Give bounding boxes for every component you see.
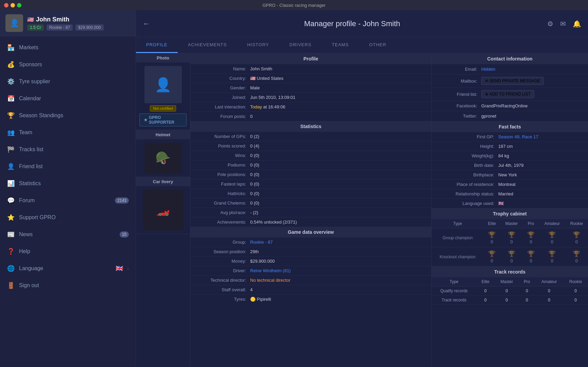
sidebar-item-help[interactable]: ❓ Help bbox=[0, 243, 136, 260]
sidebar-item-label: Support GPRO bbox=[19, 214, 129, 221]
trophy-section: Trophy cabinet Type Elite Master Pro Ama… bbox=[432, 208, 588, 266]
sidebar-item-calendar[interactable]: 📅 Calendar bbox=[0, 90, 136, 107]
info-row-forum-posts: Forum posts: 0 bbox=[190, 112, 431, 121]
statistics-header: Statistics bbox=[190, 121, 431, 132]
sidebar-item-tyre-supplier[interactable]: ⚙️ Tyre supplier bbox=[0, 73, 136, 90]
minimize-button[interactable] bbox=[11, 3, 15, 7]
trophy-col-rookie: Rookie bbox=[565, 219, 588, 228]
forum-posts-label: Forum posts: bbox=[196, 114, 250, 119]
money-value: $29.900.000 bbox=[250, 259, 426, 264]
sidebar-item-season-standings[interactable]: 🏆 Season Standings bbox=[0, 107, 136, 124]
facebook-value: GrandPrixRacingOnline bbox=[481, 103, 583, 108]
knockout-champion-elite: 🏆0 bbox=[484, 247, 500, 266]
trophy-table: Type Elite Master Pro Amateur Rookie Gro… bbox=[432, 219, 588, 266]
avg-pts-value: - (2) bbox=[250, 210, 426, 215]
tab-teams[interactable]: TEAMS bbox=[322, 37, 359, 53]
news-icon: 📰 bbox=[7, 231, 15, 238]
car-livery-area: 🏎️ bbox=[136, 186, 190, 234]
stat-row-poles: Pole positions: 0 (0) bbox=[190, 170, 431, 179]
back-button[interactable]: ← bbox=[143, 19, 150, 28]
tr-col-rookie: Rookie bbox=[563, 277, 588, 286]
contact-row-email: Email: Hidden bbox=[432, 64, 588, 74]
twitter-value: gpronet bbox=[481, 113, 583, 119]
close-button[interactable] bbox=[4, 3, 8, 7]
news-badge: 15 bbox=[120, 231, 129, 238]
driver-label: Driver: bbox=[196, 268, 250, 273]
sidebar-item-label: Tyre supplier bbox=[19, 78, 129, 85]
weight-value: 84 kg bbox=[498, 153, 583, 158]
sidebar-item-label: Help bbox=[19, 248, 129, 255]
profile-header: Profile bbox=[190, 53, 431, 64]
settings-icon[interactable]: ⚙ bbox=[547, 20, 553, 28]
sidebar-item-label: Sponsors bbox=[19, 62, 129, 68]
email-label: Email: bbox=[437, 67, 481, 72]
sidebar-item-support-gpro[interactable]: ⭐ Support GPRO bbox=[0, 209, 136, 226]
sidebar-item-label: Friend list bbox=[19, 163, 129, 170]
qualify-master: 0 bbox=[495, 286, 519, 296]
gpro-supporter-badge: ★ GPRO SUPPORTER bbox=[139, 113, 187, 126]
language-used-label: Language used: bbox=[437, 201, 498, 206]
sidebar-item-markets[interactable]: 🏪 Markets bbox=[0, 39, 136, 56]
trophy-header: Trophy cabinet bbox=[432, 208, 588, 219]
sidebar-item-language[interactable]: 🌐 Language 🇬🇧 › bbox=[0, 260, 136, 277]
group-champion-amateur: 🏆0 bbox=[539, 228, 565, 247]
poles-label: Pole positions: bbox=[196, 172, 250, 177]
sponsors-icon: 💰 bbox=[7, 61, 15, 68]
tr-col-elite: Elite bbox=[477, 277, 495, 286]
contact-row-twitter: Twitter: gpronet bbox=[432, 111, 588, 121]
contact-row-friend-list: Friend list: ⊕ ADD TO FRIEND LIST bbox=[432, 88, 588, 101]
sidebar-item-label: Markets bbox=[19, 45, 129, 51]
sidebar-item-label: Language bbox=[19, 265, 111, 272]
staff-value: 4 bbox=[250, 287, 426, 292]
avatar: 👤 bbox=[5, 14, 23, 32]
relationship-label: Relationship status: bbox=[437, 191, 498, 196]
tab-profile[interactable]: PROFILE bbox=[136, 37, 178, 53]
birthplace-value: New York bbox=[498, 172, 583, 177]
notification-icon[interactable]: 🔔 bbox=[573, 20, 581, 28]
sidebar-item-news[interactable]: 📰 News 15 bbox=[0, 226, 136, 243]
tab-drivers[interactable]: DRIVERS bbox=[279, 37, 322, 53]
sidebar-item-friend-list[interactable]: 👤 Friend list bbox=[0, 158, 136, 175]
sidebar-item-sign-out[interactable]: 🚪 Sign out bbox=[0, 277, 136, 294]
sidebar-item-tracks-list[interactable]: 🏁 Tracks list bbox=[0, 141, 136, 158]
name-label: Name: bbox=[196, 66, 250, 71]
maximize-button[interactable] bbox=[17, 3, 21, 7]
qualify-pro: 0 bbox=[519, 286, 535, 296]
helmet-section-title: Helmet bbox=[136, 130, 190, 139]
ff-row-height: Height: 187 cm bbox=[432, 142, 588, 151]
sidebar-item-statistics[interactable]: 📊 Statistics bbox=[0, 175, 136, 192]
contact-header: Contact information bbox=[432, 53, 588, 64]
tab-other[interactable]: OTHER bbox=[359, 37, 397, 53]
position-label: Season position: bbox=[196, 249, 250, 254]
sidebar-item-forum[interactable]: 💬 Forum 2143 bbox=[0, 192, 136, 209]
group-champion-master: 🏆0 bbox=[500, 228, 523, 247]
tabs-bar: PROFILE ACHIEVEMENTS HISTORY DRIVERS TEA… bbox=[136, 37, 588, 53]
calendar-icon: 📅 bbox=[7, 95, 15, 102]
team-icon: 👥 bbox=[7, 129, 15, 136]
trophy-row-group-champion: Group champion 🏆0 🏆0 🏆0 🏆0 🏆0 bbox=[432, 228, 588, 247]
topbar-actions: ⚙ ✉ 🔔 bbox=[547, 20, 581, 28]
sidebar-item-sponsors[interactable]: 💰 Sponsors bbox=[0, 56, 136, 73]
gender-value: Male bbox=[250, 85, 426, 90]
track-records-section: Track records Type Elite Master Pro Amat… bbox=[432, 266, 588, 305]
supporter-label: GPRO SUPPORTER bbox=[149, 115, 182, 125]
tab-history[interactable]: HISTORY bbox=[237, 37, 279, 53]
tab-achievements[interactable]: ACHIEVEMENTS bbox=[178, 37, 237, 53]
not-certified-badge: Not certified bbox=[150, 105, 176, 111]
game-data-table: Group: Rookie - 87 Season position: 29th… bbox=[190, 238, 431, 304]
send-private-message-button[interactable]: ✉ SEND PRIVATE MESSAGE bbox=[481, 77, 544, 85]
track-pro: 0 bbox=[519, 296, 535, 305]
sidebar-item-label: Tracks list bbox=[19, 146, 129, 153]
info-row-gender: Gender: Male bbox=[190, 83, 431, 93]
tyres-value: 🟡 Pipirelli bbox=[250, 297, 426, 302]
tyre-supplier-icon: ⚙️ bbox=[7, 78, 15, 85]
info-row-joined: Joined: Jun 5th 2010, 13:09:01 bbox=[190, 93, 431, 102]
gd-row-driver: Driver: Reine Wirdheim (81) bbox=[190, 266, 431, 276]
sidebar-item-team[interactable]: 👥 Team bbox=[0, 124, 136, 141]
page-title: Manager profile - John Smith bbox=[157, 19, 547, 28]
add-to-friend-list-button[interactable]: ⊕ ADD TO FRIEND LIST bbox=[481, 90, 534, 98]
helmet-section: Helmet 🪖 bbox=[136, 130, 190, 177]
mail-icon[interactable]: ✉ bbox=[560, 20, 566, 28]
contact-row-mailbox: Mailbox: ✉ SEND PRIVATE MESSAGE bbox=[432, 74, 588, 88]
game-data-section: Game data overview Group: Rookie - 87 Se… bbox=[190, 227, 431, 304]
